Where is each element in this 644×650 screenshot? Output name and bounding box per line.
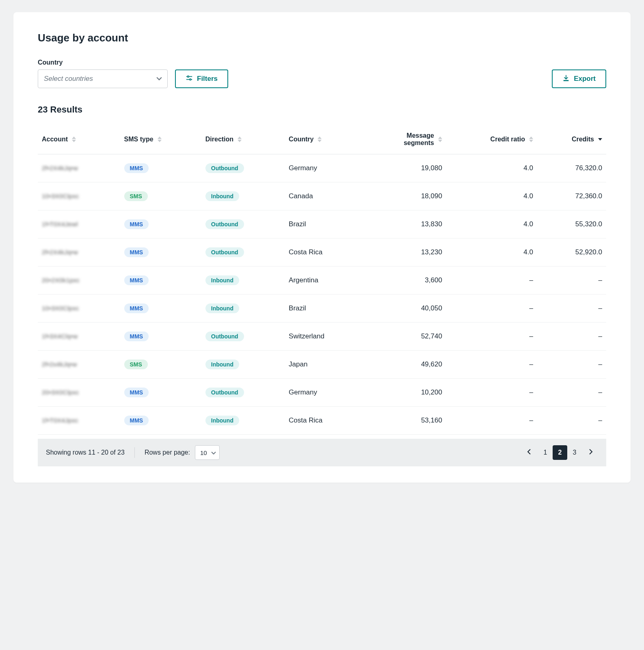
sort-icon [529, 136, 533, 142]
sms-type-cell: MMS [120, 295, 201, 323]
segments-cell: 49,620 [363, 351, 446, 379]
table-row: 1f•T0X4JpxcMMSInboundCosta Rica53,160–– [38, 407, 606, 435]
svg-point-2 [188, 76, 189, 77]
showing-text: Showing rows 11 - 20 of 23 [46, 449, 125, 456]
controls-left: Country Select countries Filters [38, 59, 228, 88]
pagination-bar: Showing rows 11 - 20 of 23 Rows per page… [38, 439, 606, 466]
sms-type-cell: MMS [120, 407, 201, 435]
credits-cell: – [537, 351, 606, 379]
table-row: 10•3X0ClpxcSMSInboundCanada18,0904.072,3… [38, 182, 606, 210]
country-cell: Japan [285, 351, 363, 379]
credits-cell: – [537, 379, 606, 407]
svg-point-3 [190, 78, 191, 80]
segments-cell: 53,160 [363, 407, 446, 435]
country-cell: Costa Rica [285, 238, 363, 266]
filters-button[interactable]: Filters [175, 69, 228, 88]
ratio-cell: 4.0 [446, 182, 537, 210]
country-filter-group: Country Select countries [38, 59, 168, 88]
credits-cell: 55,320.0 [537, 210, 606, 238]
chevron-left-icon [527, 449, 531, 456]
usage-card: Usage by account Country Select countrie… [13, 12, 631, 483]
direction-cell: Outbound [201, 210, 285, 238]
segments-cell: 3,600 [363, 266, 446, 295]
divider [134, 447, 135, 458]
country-cell: Costa Rica [285, 407, 363, 435]
country-cell: Canada [285, 182, 363, 210]
ratio-cell: 4.0 [446, 238, 537, 266]
next-page-button[interactable] [583, 445, 598, 460]
ratio-cell: – [446, 407, 537, 435]
rows-per-page-label: Rows per page: [145, 449, 190, 456]
country-filter-label: Country [38, 59, 168, 66]
sms-type-cell: MMS [120, 379, 201, 407]
country-cell: Switzerland [285, 323, 363, 351]
download-icon [562, 74, 570, 84]
sms-type-cell: SMS [120, 182, 201, 210]
credits-cell: – [537, 295, 606, 323]
ratio-cell: – [446, 295, 537, 323]
ratio-cell: – [446, 379, 537, 407]
prev-page-button[interactable] [522, 445, 536, 460]
segments-cell: 10,200 [363, 379, 446, 407]
ratio-cell: – [446, 266, 537, 295]
ratio-cell: 4.0 [446, 154, 537, 182]
col-sms-type[interactable]: SMS type [120, 125, 201, 154]
export-button[interactable]: Export [552, 69, 606, 88]
sort-desc-icon [598, 138, 602, 141]
direction-cell: Inbound [201, 407, 285, 435]
col-country[interactable]: Country [285, 125, 363, 154]
rows-per-page-select[interactable]: 10 [195, 445, 220, 460]
credits-cell: – [537, 407, 606, 435]
account-cell: 20•3X0Clpxc [38, 379, 120, 407]
col-account[interactable]: Account [38, 125, 120, 154]
country-cell: Germany [285, 154, 363, 182]
country-select-wrap: Select countries [38, 69, 168, 88]
chevron-down-icon [211, 449, 216, 456]
ratio-cell: – [446, 323, 537, 351]
col-credits[interactable]: Credits [537, 125, 606, 154]
rows-per-page: Rows per page: 10 [145, 445, 220, 460]
segments-cell: 40,050 [363, 295, 446, 323]
controls-row: Country Select countries Filters Export [38, 59, 606, 88]
ratio-cell: – [446, 351, 537, 379]
page-number-button[interactable]: 1 [538, 445, 553, 460]
chevron-right-icon [589, 449, 593, 456]
col-message-segments[interactable]: Message segments [363, 125, 446, 154]
table-row: 2f•2X4kJq•wMMSOutboundGermany19,0804.076… [38, 154, 606, 182]
account-cell: 1f•T0X4Jewl [38, 210, 120, 238]
page-number-button[interactable]: 3 [567, 445, 582, 460]
country-select[interactable]: Select countries [38, 69, 168, 88]
account-cell: 2f•2X4kJq•w [38, 238, 120, 266]
credits-cell: – [537, 266, 606, 295]
account-cell: 1f•3X4Clq•w [38, 323, 120, 351]
direction-cell: Inbound [201, 295, 285, 323]
export-button-label: Export [574, 75, 596, 83]
sort-icon [158, 136, 162, 142]
ratio-cell: 4.0 [446, 210, 537, 238]
country-cell: Brazil [285, 295, 363, 323]
sms-type-cell: SMS [120, 351, 201, 379]
page-number-button[interactable]: 2 [553, 445, 567, 460]
sms-type-cell: MMS [120, 323, 201, 351]
sort-icon [318, 136, 322, 142]
country-cell: Brazil [285, 210, 363, 238]
page-title: Usage by account [38, 32, 606, 44]
direction-cell: Outbound [201, 379, 285, 407]
col-credit-ratio[interactable]: Credit ratio [446, 125, 537, 154]
account-cell: 10•3X0Clpxc [38, 295, 120, 323]
sms-type-cell: MMS [120, 238, 201, 266]
account-cell: 1f•T0X4Jpxc [38, 407, 120, 435]
table-row: 10•3X0ClpxcMMSInboundBrazil40,050–– [38, 295, 606, 323]
sms-type-cell: MMS [120, 154, 201, 182]
account-cell: 2f•2x4kJq•w [38, 351, 120, 379]
col-direction[interactable]: Direction [201, 125, 285, 154]
segments-cell: 13,830 [363, 210, 446, 238]
table-row: 1f•T0X4JewlMMSOutboundBrazil13,8304.055,… [38, 210, 606, 238]
credits-cell: – [537, 323, 606, 351]
direction-cell: Inbound [201, 351, 285, 379]
direction-cell: Outbound [201, 323, 285, 351]
pagination-left: Showing rows 11 - 20 of 23 Rows per page… [46, 445, 220, 460]
credits-cell: 76,320.0 [537, 154, 606, 182]
sort-icon [238, 136, 242, 142]
direction-cell: Inbound [201, 182, 285, 210]
